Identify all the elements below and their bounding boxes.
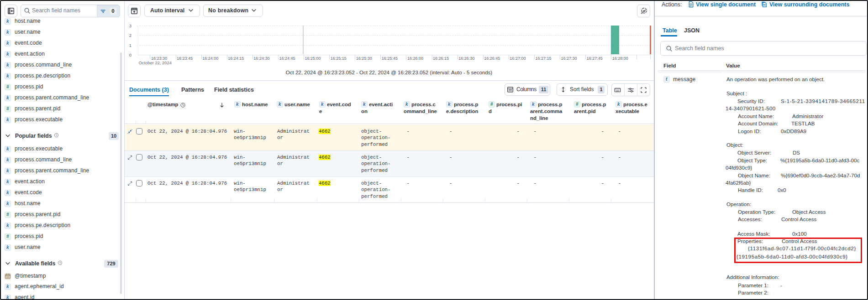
svg-text:?: ?	[56, 134, 58, 137]
svg-text:?: ?	[59, 261, 61, 264]
